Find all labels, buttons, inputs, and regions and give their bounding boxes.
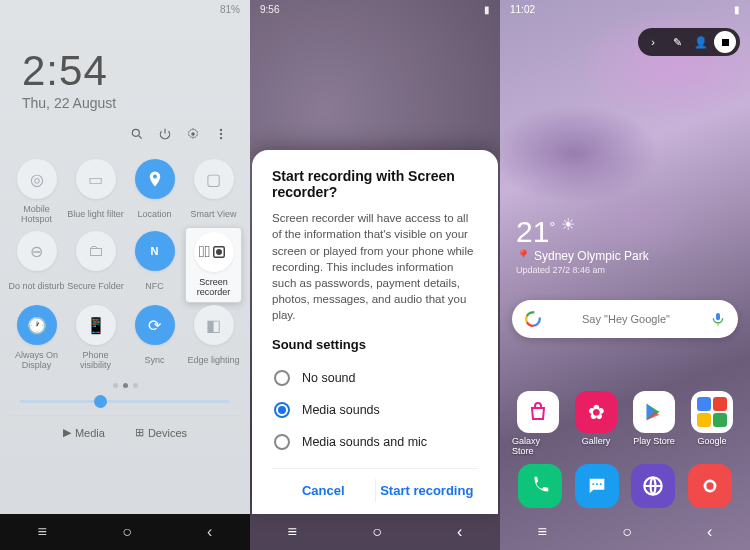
nav-recents[interactable]: ≡ xyxy=(288,523,297,541)
dock-internet[interactable] xyxy=(631,464,675,508)
svg-point-19 xyxy=(706,482,713,489)
weather-widget[interactable]: 21° ☀ 📍Sydney Olympic Park Updated 27/2 … xyxy=(516,215,649,275)
date-text: Thu, 22 August xyxy=(22,95,228,111)
media-icon: ▶ xyxy=(63,426,71,439)
svg-point-7 xyxy=(217,250,222,255)
status-bar: 9:56 ▮ xyxy=(250,0,500,19)
dialog-body: Screen recorder will have access to all … xyxy=(272,210,478,323)
tile-edge[interactable]: ◧Edge lighting xyxy=(185,305,242,371)
option-media-and-mic[interactable]: Media sounds and mic xyxy=(272,426,478,458)
status-bar: 81% xyxy=(0,0,250,19)
recorder-dialog-screen: 9:56 ▮ Start recording with Screen recor… xyxy=(250,0,500,550)
svg-point-0 xyxy=(132,129,139,136)
nav-bar: ≡ ○ ‹ xyxy=(500,514,750,550)
nav-home[interactable]: ○ xyxy=(372,523,382,541)
tile-sync[interactable]: ⟳Sync xyxy=(126,305,183,371)
cancel-button[interactable]: Cancel xyxy=(272,479,375,502)
dialog-title: Start recording with Screen recorder? xyxy=(272,168,478,200)
svg-line-1 xyxy=(139,136,142,139)
option-no-sound[interactable]: No sound xyxy=(272,362,478,394)
app-gallery[interactable]: ✿Gallery xyxy=(570,391,622,456)
page-indicator xyxy=(0,383,250,388)
google-logo-icon xyxy=(524,310,542,328)
tile-bluelight[interactable]: ▭Blue light filter xyxy=(67,159,124,225)
start-recording-button[interactable]: Start recording xyxy=(376,479,479,502)
status-bar: 11:02 ▮ xyxy=(500,0,750,19)
nav-recents[interactable]: ≡ xyxy=(538,523,547,541)
tile-screenrecorder[interactable]: �⃞Screen recorder xyxy=(185,227,242,303)
app-row: Galaxy Store ✿Gallery Play Store Google xyxy=(500,391,750,456)
home-screen: 11:02 ▮ › ✎ 👤 21° ☀ 📍Sydney Olympic Park… xyxy=(500,0,750,550)
updated-text: Updated 27/2 8:46 am xyxy=(516,265,649,275)
person-icon[interactable]: 👤 xyxy=(690,31,712,53)
battery-text: 81% xyxy=(220,4,240,15)
tile-dnd[interactable]: ⊖Do not disturb xyxy=(8,231,65,299)
search-icon[interactable] xyxy=(130,127,144,141)
recording-toolbar[interactable]: › ✎ 👤 xyxy=(638,28,740,56)
mic-icon[interactable] xyxy=(710,311,726,327)
svg-rect-12 xyxy=(716,313,720,320)
location-text: Sydney Olympic Park xyxy=(534,249,649,263)
status-time: 9:56 xyxy=(260,4,279,15)
dialog-subtitle: Sound settings xyxy=(272,337,478,352)
app-play-store[interactable]: Play Store xyxy=(628,391,680,456)
power-icon[interactable] xyxy=(158,127,172,141)
dock xyxy=(500,458,750,514)
tile-aod[interactable]: 🕐Always On Display xyxy=(8,305,65,371)
radio-icon xyxy=(274,402,290,418)
nav-home[interactable]: ○ xyxy=(122,523,132,541)
tile-securefolder[interactable]: 🗀Secure Folder xyxy=(67,231,124,299)
svg-point-3 xyxy=(220,129,222,131)
dock-phone[interactable] xyxy=(518,464,562,508)
recorder-dialog: Start recording with Screen recorder? Sc… xyxy=(252,150,498,514)
app-google-folder[interactable]: Google xyxy=(686,391,738,456)
tile-visibility[interactable]: 📱Phone visibility xyxy=(67,305,124,371)
nav-recents[interactable]: ≡ xyxy=(38,523,47,541)
svg-point-2 xyxy=(191,132,195,136)
gear-icon[interactable] xyxy=(186,127,200,141)
more-icon[interactable] xyxy=(214,127,228,141)
tile-smartview[interactable]: ▢Smart View xyxy=(185,159,242,225)
svg-point-14 xyxy=(592,483,594,485)
location-icon: 📍 xyxy=(516,249,531,263)
nav-bar: ≡ ○ ‹ xyxy=(0,514,250,550)
quick-settings-screen: 81% 2:54 Thu, 22 August ◎Mobile Hotspot … xyxy=(0,0,250,550)
nav-back[interactable]: ‹ xyxy=(207,523,212,541)
time-text: 2:54 xyxy=(22,47,228,95)
tile-location[interactable]: Location xyxy=(126,159,183,225)
radio-icon xyxy=(274,434,290,450)
status-icons: ▮ xyxy=(484,4,490,15)
clock-area: 2:54 Thu, 22 August xyxy=(0,19,250,117)
app-galaxy-store[interactable]: Galaxy Store xyxy=(512,391,564,456)
nav-home[interactable]: ○ xyxy=(622,523,632,541)
pencil-icon[interactable]: ✎ xyxy=(666,31,688,53)
option-media-sounds[interactable]: Media sounds xyxy=(272,394,478,426)
search-placeholder: Say "Hey Google" xyxy=(542,313,710,325)
weather-icon: ☀ xyxy=(561,215,575,234)
status-time: 11:02 xyxy=(510,4,535,15)
nav-bar: ≡ ○ ‹ xyxy=(250,514,500,550)
tile-nfc[interactable]: NNFC xyxy=(126,231,183,299)
svg-point-4 xyxy=(220,133,222,135)
media-tab[interactable]: ▶Media xyxy=(63,426,105,439)
stop-button[interactable] xyxy=(714,31,736,53)
brightness-slider[interactable] xyxy=(20,400,230,403)
status-icons: ▮ xyxy=(734,4,740,15)
dialog-actions: Cancel Start recording xyxy=(272,468,478,502)
svg-point-5 xyxy=(220,137,222,139)
option-label: Media sounds and mic xyxy=(302,435,427,449)
tile-hotspot[interactable]: ◎Mobile Hotspot xyxy=(8,159,65,225)
dock-messages[interactable] xyxy=(575,464,619,508)
option-label: Media sounds xyxy=(302,403,380,417)
temp-unit: ° xyxy=(549,219,555,235)
devices-tab[interactable]: ⊞Devices xyxy=(135,426,187,439)
option-label: No sound xyxy=(302,371,356,385)
nav-back[interactable]: ‹ xyxy=(707,523,712,541)
pointer-icon[interactable]: › xyxy=(642,31,664,53)
nav-back[interactable]: ‹ xyxy=(457,523,462,541)
dock-camera[interactable] xyxy=(688,464,732,508)
quick-tiles-grid: ◎Mobile Hotspot ▭Blue light filter Locat… xyxy=(0,155,250,375)
svg-point-16 xyxy=(600,483,602,485)
google-search-bar[interactable]: Say "Hey Google" xyxy=(512,300,738,338)
radio-icon xyxy=(274,370,290,386)
